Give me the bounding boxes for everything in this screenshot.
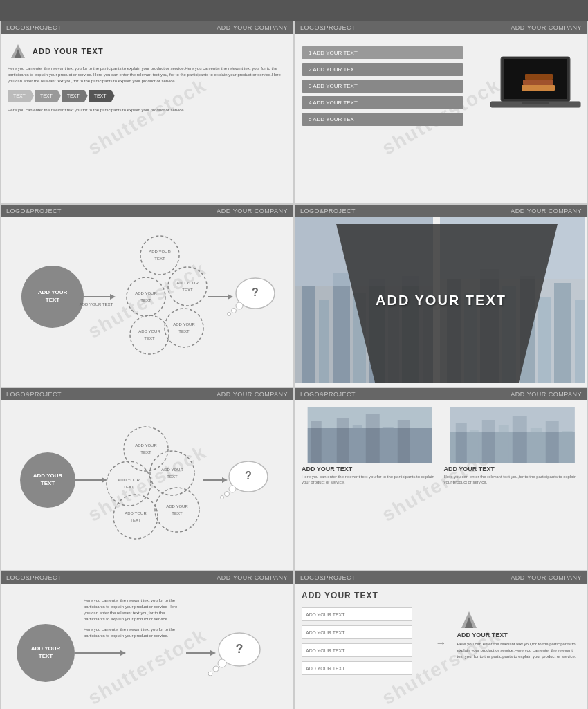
panel-7-logo: LOGO&PROJECT — [6, 574, 62, 581]
svg-rect-53 — [538, 297, 551, 383]
panel-8-logo: LOGO&PROJECT — [300, 574, 356, 581]
panel-1-body2: Here you can enter the relevant text you… — [8, 107, 286, 113]
photo-container-1: ADD YOUR TEXT Here you can enter the rel… — [302, 407, 439, 486]
main-grid: LOGO&PROJECT ADD YOUR COMPANY shuttersto… — [0, 0, 588, 709]
photo-title-2: ADD YOUR TEXT — [444, 466, 581, 472]
panel-8-right: ADD YOUR TEXT Here you can enter the rel… — [457, 607, 581, 679]
panel-4-company: ADD YOUR COMPANY — [511, 208, 582, 214]
svg-marker-79 — [222, 477, 228, 483]
svg-text:TEXT: TEXT — [167, 475, 178, 479]
input-row-2 — [302, 625, 425, 639]
panel-6-header: LOGO&PROJECT ADD YOUR COMPANY — [295, 388, 587, 400]
panel-8-header: LOGO&PROJECT ADD YOUR COMPANY — [295, 571, 587, 584]
panel-8-arrow: → — [436, 607, 447, 679]
panel-4-logo: LOGO&PROJECT — [300, 208, 356, 214]
svg-text:ADD YOUR: ADD YOUR — [135, 443, 157, 448]
panel-5: LOGO&PROJECT ADD YOUR COMPANY shuttersto… — [0, 387, 294, 571]
svg-point-115 — [218, 659, 226, 667]
flow-diagram-5: ADD YOUR TEXT ADD YOUR TEXT ADD YOUR TEX… — [1, 400, 277, 553]
svg-rect-40 — [333, 273, 350, 383]
svg-rect-105 — [562, 431, 572, 463]
panel-1-header: LOGO&PROJECT ADD YOUR COMPANY — [1, 21, 293, 34]
photo-container-2: ADD YOUR TEXT Here you can enter the rel… — [444, 407, 581, 486]
panel-3-content: shutterstock ADD YOUR TEXT ADD YOUR TEXT… — [1, 217, 293, 383]
svg-text:ADD YOUR: ADD YOUR — [135, 291, 157, 295]
svg-rect-95 — [308, 407, 432, 428]
svg-point-82 — [225, 492, 230, 497]
panel-1-body1: Here you can enter the relevant text you… — [8, 66, 286, 84]
svg-point-35 — [228, 313, 231, 316]
svg-rect-38 — [302, 286, 315, 383]
svg-point-33 — [236, 302, 243, 309]
logo-icon-8 — [457, 607, 481, 632]
svg-text:ADD YOUR: ADD YOUR — [161, 468, 183, 472]
arrow-flow-1: TEXT TEXT TEXT TEXT — [8, 90, 286, 102]
photo-title-1: ADD YOUR TEXT — [302, 466, 439, 472]
svg-text:TEXT: TEXT — [172, 511, 183, 515]
panel-6: LOGO&PROJECT ADD YOUR COMPANY shuttersto… — [294, 387, 588, 571]
svg-rect-92 — [383, 427, 394, 463]
photo-desc-1: Here you can enter the relevant text you… — [302, 474, 439, 486]
svg-text:ADD YOUR: ADD YOUR — [166, 504, 188, 508]
panel-4-header: LOGO&PROJECT ADD YOUR COMPANY — [295, 205, 587, 217]
panel-8: LOGO&PROJECT ADD YOUR COMPANY shuttersto… — [294, 571, 588, 709]
panel-7: LOGO&PROJECT ADD YOUR COMPANY shuttersto… — [0, 571, 294, 709]
svg-text:?: ? — [245, 470, 252, 481]
input-row-1 — [302, 607, 425, 621]
svg-rect-88 — [325, 428, 333, 463]
input-field-3[interactable] — [302, 643, 412, 657]
list-item-3: 3 ADD YOUR TEXT — [302, 80, 463, 93]
svg-text:?: ? — [236, 642, 244, 656]
svg-text:TEXT: TEXT — [140, 298, 151, 302]
list-item-2: 2 ADD YOUR TEXT — [302, 63, 463, 76]
svg-text:TEXT: TEXT — [130, 518, 141, 522]
svg-text:TEXT: TEXT — [144, 336, 155, 340]
panel-2: LOGO&PROJECT ADD YOUR COMPANY shuttersto… — [294, 21, 588, 204]
input-row-3 — [302, 643, 425, 657]
logo-icon-1 — [8, 41, 28, 62]
svg-rect-94 — [414, 430, 423, 463]
panel-3: LOGO&PROJECT ADD YOUR COMPANY shuttersto… — [0, 204, 294, 387]
panel-5-company: ADD YOUR COMPANY — [217, 391, 288, 398]
city-photo-1 — [302, 407, 439, 463]
panel-5-logo: LOGO&PROJECT — [6, 391, 62, 398]
svg-text:TEXT: TEXT — [39, 653, 53, 659]
svg-point-66 — [107, 461, 151, 506]
svg-text:TEXT: TEXT — [140, 450, 151, 454]
input-field-4[interactable] — [302, 661, 412, 675]
input-field-1[interactable] — [302, 607, 412, 621]
panel-1-logo: LOGO&PROJECT — [6, 24, 62, 31]
svg-text:ADD YOUR: ADD YOUR — [176, 281, 199, 285]
logo-area-1: ADD YOUR TEXT — [8, 41, 286, 62]
svg-point-15 — [140, 236, 179, 275]
panel-7-body2: Here you can enter the relevant text you… — [84, 627, 181, 639]
panel-4-content: shutterstock — [295, 217, 587, 383]
list-item-1: 1 ADD YOUR TEXT — [302, 46, 463, 59]
arrow-box-3: TEXT — [62, 90, 88, 102]
flow-diagram-3: ADD YOUR TEXT ADD YOUR TEXT ADD YOUR TEX… — [1, 217, 277, 369]
panel-2-content: shutterstock 1 ADD YOUR TEXT 2 ADD YOUR … — [295, 34, 587, 199]
panel-6-content: shutterstock — [295, 400, 587, 566]
input-field-2[interactable] — [302, 625, 412, 639]
panel-7-header: LOGO&PROJECT ADD YOUR COMPANY — [1, 571, 293, 584]
panel-6-logo: LOGO&PROJECT — [300, 391, 356, 398]
svg-point-21 — [168, 267, 207, 306]
panel-8-inputs — [302, 607, 425, 679]
svg-text:ADD YOUR: ADD YOUR — [125, 511, 147, 515]
arrow-box-1: TEXT — [8, 90, 34, 102]
top-bar — [0, 0, 588, 21]
input-row-4 — [302, 661, 425, 675]
svg-rect-90 — [353, 425, 362, 463]
panel-8-side-title: ADD YOUR TEXT — [457, 632, 508, 638]
svg-text:TEXT: TEXT — [178, 329, 190, 333]
panel-2-company: ADD YOUR COMPANY — [511, 24, 582, 31]
svg-point-81 — [229, 486, 236, 492]
panel-7-content: shutterstock ADD YOUR TEXT ? — [1, 584, 293, 709]
svg-point-72 — [113, 495, 158, 539]
arrow-box-2: TEXT — [35, 90, 61, 102]
panel-3-logo: LOGO&PROJECT — [6, 208, 62, 214]
photo-desc-2: Here you can enter the relevant text you… — [444, 474, 581, 486]
panel-8-form-area: ADD YOUR TEXT — [302, 591, 580, 679]
svg-rect-99 — [469, 430, 478, 463]
svg-text:ADD YOUR: ADD YOUR — [33, 472, 63, 479]
